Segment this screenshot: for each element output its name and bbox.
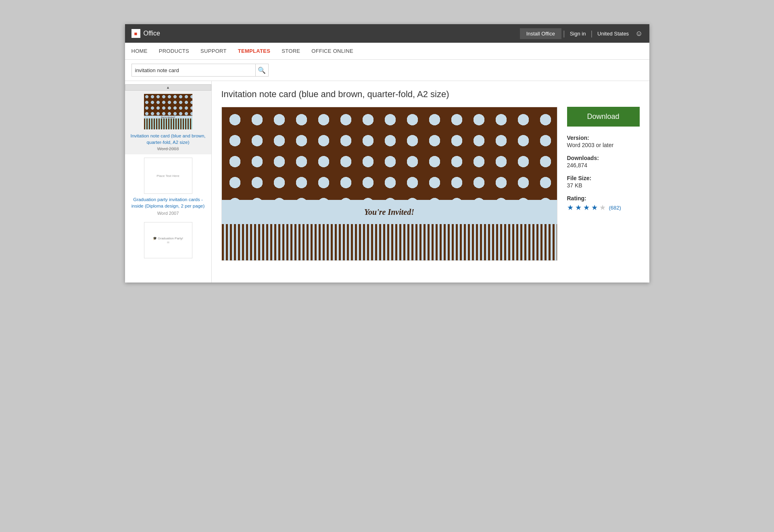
card-blue-band: You're Invited!: [222, 200, 557, 224]
nav-templates[interactable]: TEMPLATES: [238, 48, 270, 54]
downloads-row: Downloads: 246,874: [567, 155, 640, 168]
sign-in-link[interactable]: Sign in: [570, 31, 586, 37]
office-logo[interactable]: ■ Office: [131, 29, 161, 38]
smiley-icon[interactable]: ☺: [635, 29, 643, 38]
sidebar-item-graduation2[interactable]: 🎓 Graduation Party! ✉: [125, 219, 211, 264]
download-button[interactable]: Download: [567, 107, 640, 127]
search-bar: 🔍: [131, 64, 269, 77]
main-content: ▲ You're Invited! Invitation note card (…: [125, 81, 649, 283]
search-bar-wrapper: 🔍: [125, 60, 649, 81]
nav-store[interactable]: STORE: [282, 48, 300, 54]
topbar-divider: |: [563, 29, 565, 38]
preview-image-container: You're Invited!: [221, 107, 557, 261]
sidebar-label-2: Graduation party invitation cards - insi…: [129, 196, 207, 209]
sidebar-thumbnail-3: 🎓 Graduation Party! ✉: [144, 222, 192, 258]
content-area: Invitation note card (blue and brown, qu…: [212, 81, 649, 283]
region-link[interactable]: United States: [597, 31, 629, 37]
topbar-divider2: |: [590, 29, 592, 38]
office-logo-label: Office: [144, 30, 161, 37]
nav-menu: HOME PRODUCTS SUPPORT TEMPLATES STORE OF…: [125, 43, 649, 60]
page-title: Invitation note card (blue and brown, qu…: [221, 89, 640, 100]
star-4[interactable]: ★: [591, 203, 598, 212]
rating-count[interactable]: (682): [609, 205, 621, 211]
card-stripe: [222, 224, 557, 260]
nav-products[interactable]: PRODUCTS: [159, 48, 189, 54]
star-1[interactable]: ★: [567, 203, 574, 212]
version-value: Word 2003 or later: [567, 142, 614, 148]
version-label: Version:: [567, 135, 640, 141]
sidebar-label-1: Invitation note card (blue and brown, qu…: [129, 133, 207, 145]
scroll-up-arrow[interactable]: ▲: [125, 84, 211, 91]
template-preview-area: You're Invited! Download Version: Word 2…: [221, 107, 640, 261]
rating-label: Rating:: [567, 195, 640, 202]
filesize-row: File Size: 37 KB: [567, 175, 640, 189]
star-2[interactable]: ★: [575, 203, 582, 212]
office-logo-icon: ■: [131, 29, 140, 38]
sidebar-item-invitation[interactable]: You're Invited! Invitation note card (bl…: [125, 91, 211, 154]
sidebar-item-graduation[interactable]: Place Text Here Graduation party invitat…: [125, 154, 211, 219]
top-bar: ■ Office Install Office | Sign in | Unit…: [125, 24, 649, 43]
card-invited-text: You're Invited!: [364, 208, 414, 217]
filesize-label: File Size:: [567, 175, 640, 181]
rating-row: Rating: ★ ★ ★ ★ ★ (682): [567, 195, 640, 212]
star-3[interactable]: ★: [583, 203, 590, 212]
invitation-card-preview: You're Invited!: [222, 107, 557, 260]
nav-home[interactable]: HOME: [131, 48, 148, 54]
nav-office-online[interactable]: OFFICE ONLINE: [311, 48, 353, 54]
downloads-label: Downloads:: [567, 155, 640, 161]
downloads-value: 246,874: [567, 162, 588, 168]
nav-support[interactable]: SUPPORT: [200, 48, 227, 54]
search-button[interactable]: 🔍: [255, 64, 268, 76]
version-row: Version: Word 2003 or later: [567, 135, 640, 148]
card-polka: [222, 107, 557, 200]
star-5[interactable]: ★: [599, 203, 606, 212]
sidebar-version-1: Word 2003: [157, 146, 179, 151]
sidebar-thumbnail-1: You're Invited!: [144, 94, 192, 130]
sidebar: ▲ You're Invited! Invitation note card (…: [125, 81, 212, 283]
sidebar-version-text-2: Word 2007: [157, 211, 179, 216]
search-input[interactable]: [132, 66, 255, 75]
install-office-button[interactable]: Install Office: [520, 28, 561, 39]
info-panel: Download Version: Word 2003 or later Dow…: [567, 107, 640, 261]
filesize-value: 37 KB: [567, 182, 582, 189]
stars-container: ★ ★ ★ ★ ★ (682): [567, 203, 640, 212]
sidebar-thumbnail-2: Place Text Here: [144, 158, 192, 194]
top-bar-right: Install Office | Sign in | United States…: [520, 28, 643, 39]
